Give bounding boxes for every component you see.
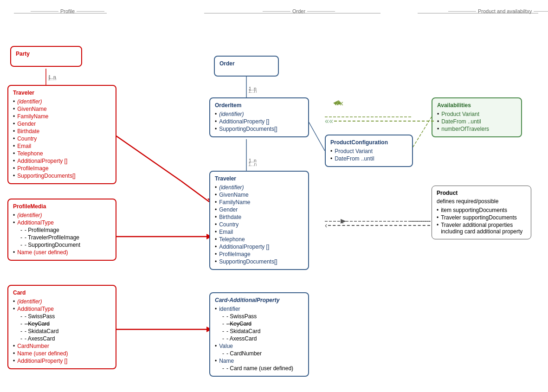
- card-additional-box: Card-AdditionalProperty identifier - Swi…: [209, 292, 309, 377]
- availabilities-box: Availabilities Product Variant DateFrom …: [432, 97, 522, 137]
- list-item: FamilyName: [215, 199, 303, 206]
- list-item: GivenName: [215, 191, 303, 199]
- list-item: AdditionalType: [13, 305, 111, 313]
- list-item: - KeyCard: [215, 320, 303, 328]
- profile-media-title: ProfileMedia: [13, 203, 111, 210]
- traveler-left-list: (identifier) GivenName FamilyName Gender…: [13, 98, 111, 180]
- list-item: - SkidataCard: [13, 328, 111, 335]
- order-item-box: OrderItem (identifier) AdditionalPropert…: [209, 97, 309, 137]
- card-list: (identifier) AdditionalType - SwissPass …: [13, 298, 111, 365]
- profile-media-box: ProfileMedia (identifier) AdditionalType…: [7, 199, 116, 261]
- card-title: Card: [13, 289, 111, 296]
- list-item: (identifier): [215, 110, 303, 118]
- list-item: - CardNumber: [215, 350, 303, 357]
- list-item: DateFrom ..until: [330, 155, 407, 162]
- diagram-container: Profile Order Product and availabiltxy 1…: [0, 0, 548, 392]
- order-item-title: OrderItem: [215, 102, 303, 109]
- list-item: AdditionalType: [13, 219, 111, 226]
- list-item: (identifier): [13, 212, 111, 219]
- list-item: Birthdate: [13, 128, 111, 135]
- order-title: Order: [219, 60, 273, 67]
- availabilities-arrow: ««: [325, 117, 434, 125]
- svg-line-14: [114, 135, 181, 181]
- list-item: AdditionalProperty []: [13, 157, 111, 165]
- list-item: - AxessCard: [13, 335, 111, 342]
- list-item: Email: [13, 142, 111, 150]
- list-item: - SwissPass: [215, 313, 303, 320]
- order-item-list: (identifier) AdditionalProperty [] Suppo…: [215, 110, 303, 133]
- list-item: AdditionalProperty []: [215, 243, 303, 251]
- list-item: Traveler additional properties including…: [437, 221, 526, 235]
- svg-marker-9: [337, 100, 342, 105]
- list-item: Gender: [215, 206, 303, 213]
- product-config-list: Product Variant DateFrom ..until: [330, 148, 407, 162]
- multiplicity-party-traveler: 1..n: [48, 76, 56, 81]
- list-item: Value: [215, 342, 303, 350]
- list-item: Country: [13, 135, 111, 142]
- list-item: item supportingDocuments: [437, 206, 526, 214]
- list-item: Name: [215, 357, 303, 365]
- section-order-label: Order: [292, 8, 305, 14]
- section-profile-label: Profile: [60, 8, 75, 14]
- order-box: Order: [214, 56, 279, 77]
- list-item: Birthdate: [215, 213, 303, 221]
- svg-line-15: [181, 181, 209, 202]
- card-additional-title: Card-AdditionalProperty: [215, 297, 303, 303]
- product-subtitle: defines required/possible: [437, 198, 526, 205]
- list-item: - SkidataCard: [215, 328, 303, 335]
- list-item: Name (user defined): [13, 350, 111, 357]
- list-item: - Card name (user defined): [215, 365, 303, 372]
- multiplicity-order-orderitem: 1..n: [248, 88, 257, 94]
- list-item: Product Variant: [437, 110, 516, 118]
- list-item: identifier: [215, 305, 303, 313]
- availabilities-title: Availabilities: [437, 102, 516, 109]
- list-item: - KeyCard: [13, 320, 111, 328]
- list-item: - ProfileImage: [13, 226, 111, 234]
- card-additional-list: identifier - SwissPass - KeyCard - Skida…: [215, 305, 303, 372]
- product-config-title: ProductConfiguration: [330, 139, 407, 146]
- list-item: Email: [215, 228, 303, 236]
- svg-text:««: ««: [334, 98, 343, 108]
- section-product-label: Product and availabiltxy: [478, 8, 532, 14]
- traveler-left-box: Traveler (identifier) GivenName FamilyNa…: [7, 85, 116, 184]
- product-box: Product defines required/possible item s…: [432, 186, 531, 239]
- list-item: ProfileImage: [215, 251, 303, 258]
- product-title: Product: [437, 190, 526, 196]
- list-item: AdditionalProperty []: [13, 357, 111, 365]
- list-item: - SwissPass: [13, 313, 111, 320]
- list-item: CardNumber: [13, 342, 111, 350]
- availabilities-list: Product Variant DateFrom ..until numberO…: [437, 110, 516, 133]
- svg-line-6: [307, 118, 325, 151]
- list-item: Product Variant: [330, 148, 407, 155]
- party-box: Party: [10, 46, 82, 67]
- list-item: SupportingDocuments[]: [13, 172, 111, 180]
- traveler-left-title: Traveler: [13, 90, 111, 96]
- card-box: Card (identifier) AdditionalType - Swiss…: [7, 285, 116, 369]
- list-item: SupportingDocuments[]: [215, 258, 303, 265]
- traveler-center-title: Traveler: [215, 175, 303, 182]
- list-item: numberOfTravelers: [437, 125, 516, 133]
- product-list: item supportingDocuments Traveler suppor…: [437, 206, 526, 235]
- product-arrow: ‹: [325, 221, 430, 230]
- list-item: - SupportingDocument: [13, 241, 111, 249]
- list-item: DateFrom ..until: [437, 118, 516, 125]
- list-item: SupportingDocuments[]: [215, 125, 303, 133]
- traveler-center-list: (identifier) GivenName FamilyName Gender…: [215, 184, 303, 265]
- svg-marker-8: [333, 100, 339, 105]
- list-item: (identifier): [13, 298, 111, 305]
- list-item: - AxessCard: [215, 335, 303, 342]
- list-item: Gender: [13, 120, 111, 128]
- profile-media-list: (identifier) AdditionalType - ProfileIma…: [13, 212, 111, 256]
- list-item: ProfileImage: [13, 165, 111, 172]
- list-item: Country: [215, 221, 303, 228]
- list-item: - TravelerProfileImage: [13, 234, 111, 241]
- product-config-box: ProductConfiguration Product Variant Dat…: [325, 135, 413, 167]
- party-title: Party: [16, 51, 77, 57]
- list-item: Telephone: [13, 150, 111, 157]
- list-item: GivenName: [13, 105, 111, 113]
- list-item: Name (user defined): [13, 249, 111, 256]
- multiplicity-orderitem-traveler: 1..n: [248, 161, 257, 167]
- list-item: Traveler supportingDocuments: [437, 214, 526, 221]
- traveler-center-box: Traveler (identifier) GivenName FamilyNa…: [209, 171, 309, 270]
- list-item: FamilyName: [13, 113, 111, 120]
